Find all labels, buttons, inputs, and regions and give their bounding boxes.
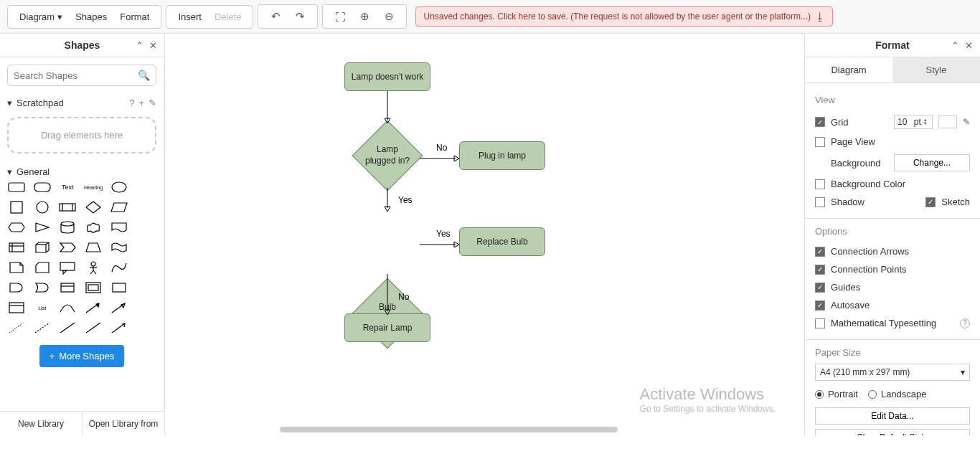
zoom-out-button[interactable]: ⊖ — [377, 8, 400, 25]
shape-blank5[interactable] — [135, 260, 154, 275]
change-bg-button[interactable]: Change... — [894, 154, 970, 171]
shape-card[interactable] — [33, 260, 52, 275]
node-start[interactable]: Lamp doesn't work — [344, 62, 430, 91]
shape-blank[interactable] — [135, 180, 154, 194]
shape-blank6[interactable] — [135, 280, 154, 295]
tab-style[interactable]: Style — [892, 57, 980, 82]
canvas[interactable]: Lamp doesn't work Lamp plugged in? Plug … — [165, 34, 804, 435]
shape-blank2[interactable] — [135, 200, 154, 214]
format-menu[interactable]: Format — [114, 9, 155, 25]
sketch-checkbox[interactable]: ✓ — [925, 197, 936, 207]
delete-button[interactable]: Delete — [209, 9, 248, 25]
shape-ellipse[interactable] — [110, 180, 128, 194]
shape-window[interactable] — [7, 301, 26, 315]
shape-and[interactable] — [7, 280, 26, 295]
shapes-menu[interactable]: Shapes — [70, 9, 113, 25]
collapse-icon[interactable]: ⌃ — [951, 40, 959, 51]
fit-button[interactable]: ⛶ — [329, 8, 352, 25]
shadow-checkbox[interactable] — [815, 197, 825, 207]
node-plugin[interactable]: Plug in lamp — [459, 141, 545, 170]
undo-button[interactable]: ↶ — [264, 8, 287, 25]
shape-curve2[interactable] — [58, 301, 77, 315]
shape-trapezoid[interactable] — [84, 240, 103, 255]
shape-step[interactable] — [58, 240, 77, 255]
shape-hexagon[interactable] — [7, 220, 26, 235]
shape-parallelogram[interactable] — [110, 200, 128, 214]
shape-arrow3[interactable] — [110, 321, 128, 335]
general-section[interactable]: ▾ General — [7, 164, 156, 180]
shape-or[interactable] — [33, 280, 52, 295]
shape-cube[interactable] — [33, 240, 52, 255]
search-input[interactable] — [14, 70, 138, 81]
shape-actor[interactable] — [84, 260, 103, 275]
shape-cylinder[interactable] — [58, 220, 77, 235]
tab-diagram[interactable]: Diagram — [805, 57, 892, 82]
collapse-icon[interactable]: ⌃ — [136, 40, 143, 51]
open-library-button[interactable]: Open Library from — [83, 412, 164, 435]
shape-diamond[interactable] — [84, 200, 103, 214]
shape-note[interactable] — [7, 260, 26, 275]
shape-triangle[interactable] — [33, 220, 52, 235]
shape-square[interactable] — [7, 200, 26, 214]
shape-arrow1[interactable] — [84, 301, 103, 315]
scratchpad-section[interactable]: ▾ Scratchpad ? + ✎ — [7, 95, 156, 111]
close-icon[interactable]: ✕ — [965, 40, 973, 51]
diagram-menu[interactable]: Diagram ▾ — [14, 9, 68, 25]
shape-line3[interactable] — [58, 321, 77, 335]
grid-color[interactable] — [938, 115, 957, 128]
shape-circle[interactable] — [33, 200, 52, 214]
shape-blank8[interactable] — [135, 321, 154, 335]
shape-blank4[interactable] — [135, 240, 154, 255]
shape-line1[interactable] — [7, 321, 26, 335]
search-shapes[interactable]: 🔍 — [7, 65, 156, 86]
shape-arrow2[interactable] — [110, 301, 128, 315]
grid-size-input[interactable]: 10 pt▲▼ — [894, 115, 933, 129]
shape-internal[interactable] — [7, 240, 26, 255]
shape-roundrect[interactable] — [33, 180, 52, 194]
shape-rect2[interactable] — [110, 280, 128, 295]
shape-heading[interactable]: Heading — [84, 180, 103, 194]
bgcolor-checkbox[interactable] — [815, 179, 825, 189]
zoom-in-button[interactable]: ⊕ — [353, 8, 376, 25]
edit-data-button[interactable]: Edit Data... — [815, 407, 970, 425]
shape-cloud[interactable] — [84, 220, 103, 235]
shape-blank3[interactable] — [135, 220, 154, 235]
node-replace[interactable]: Replace Bulb — [459, 227, 545, 256]
scratchpad-dropzone[interactable]: Drag elements here — [7, 117, 156, 153]
close-icon[interactable]: ✕ — [149, 40, 157, 51]
node-plugged[interactable]: Lamp plugged in? — [352, 120, 423, 191]
guides-checkbox[interactable]: ✓ — [815, 283, 825, 293]
edit-icon[interactable]: ✎ — [963, 117, 970, 127]
new-library-button[interactable]: New Library — [0, 412, 83, 435]
shape-text[interactable]: Text — [58, 180, 77, 194]
shape-frame[interactable] — [84, 280, 103, 295]
help-icon[interactable]: ? — [129, 98, 134, 108]
shape-process[interactable] — [58, 200, 77, 214]
clear-style-button[interactable]: Clear Default Style — [815, 429, 970, 435]
shape-list[interactable]: List — [33, 301, 52, 315]
grid-checkbox[interactable]: ✓ — [815, 117, 825, 127]
insert-button[interactable]: Insert — [172, 9, 207, 25]
shape-blank7[interactable] — [135, 301, 154, 315]
math-checkbox[interactable] — [815, 318, 825, 328]
shape-curve[interactable] — [110, 260, 128, 275]
connpoints-checkbox[interactable]: ✓ — [815, 265, 825, 275]
horizontal-scrollbar[interactable] — [280, 427, 618, 432]
pageview-checkbox[interactable] — [815, 137, 825, 147]
add-icon[interactable]: + — [138, 98, 144, 108]
shape-line2[interactable] — [33, 321, 52, 335]
redo-button[interactable]: ↷ — [288, 8, 311, 25]
shape-tape[interactable] — [110, 240, 128, 255]
shape-line4[interactable] — [84, 321, 103, 335]
shape-callout[interactable] — [58, 260, 77, 275]
shape-rect[interactable] — [7, 180, 26, 194]
help-icon[interactable]: ? — [960, 318, 970, 328]
paper-size-select[interactable]: A4 (210 mm x 297 mm)▾ — [815, 364, 970, 381]
autosave-checkbox[interactable]: ✓ — [815, 301, 825, 311]
unsaved-alert[interactable]: Unsaved changes. Click here to save. (Th… — [415, 6, 833, 27]
edit-icon[interactable]: ✎ — [149, 98, 156, 108]
portrait-radio[interactable] — [815, 390, 824, 399]
landscape-radio[interactable] — [868, 390, 877, 399]
shape-datastore[interactable] — [58, 280, 77, 295]
connarrows-checkbox[interactable]: ✓ — [815, 247, 825, 257]
